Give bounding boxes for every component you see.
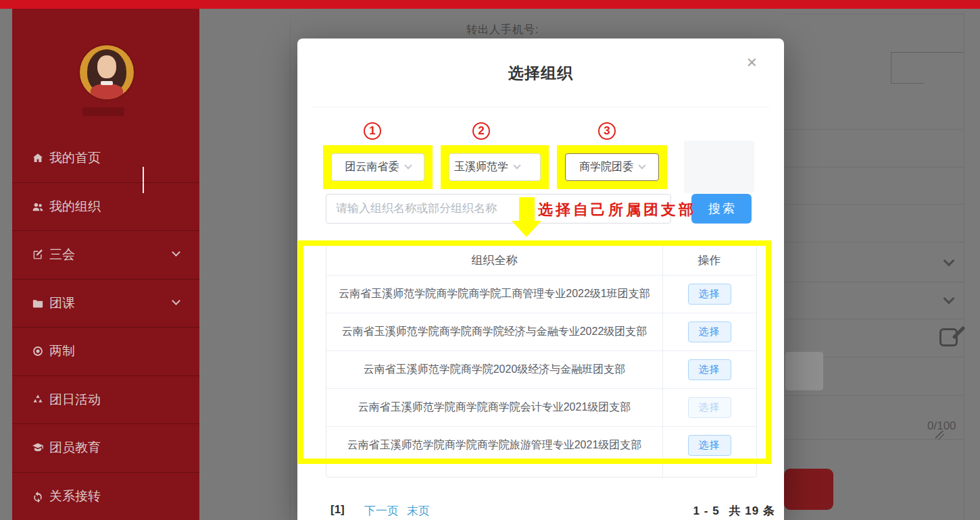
panel-divider: [785, 129, 964, 130]
home-icon: [32, 152, 44, 164]
chevron-down-icon: [172, 248, 180, 257]
sidebar-item-label: 我的组织: [49, 198, 101, 215]
select-value: 玉溪师范学: [454, 160, 508, 174]
select-value: 团云南省委: [345, 160, 399, 174]
org-level-step: 3 商学院团委: [557, 122, 667, 189]
org-full-name: 云南省玉溪师范学院商学院商学院工商管理专业2022级1班团支部: [326, 287, 662, 301]
pagination: [1] 下一页 末页 1 - 5共 19 条: [297, 503, 784, 520]
panel-divider: [785, 204, 964, 205]
select-org-button[interactable]: 选择: [688, 397, 731, 418]
org-level-select[interactable]: 团云南省委: [331, 153, 424, 181]
org-full-name: 云南省玉溪师范学院商学院2020级经济与金融班团支部: [326, 363, 662, 377]
search-button[interactable]: 搜索: [691, 194, 752, 224]
close-icon[interactable]: ×: [747, 53, 757, 71]
faded-panel: [684, 140, 754, 193]
panel-divider: [785, 167, 964, 167]
column-header-op: 操作: [662, 253, 756, 268]
sidebar-menu-item[interactable]: 我的首页: [12, 134, 199, 183]
chevron-down-icon: [638, 161, 645, 169]
select-org-button[interactable]: 选择: [688, 321, 731, 342]
panel-border: [290, 20, 291, 520]
total-text: 共 19 条: [729, 504, 775, 517]
table-cell-op: 选择: [662, 435, 756, 456]
table-cell-op: 选择: [662, 359, 756, 380]
select-org-button[interactable]: 选择: [688, 359, 731, 380]
table-row: 云南省玉溪师范学院商学院商学院工商管理专业2022级1班团支部 选择: [326, 275, 756, 313]
org-table: 组织全称 操作 云南省玉溪师范学院商学院商学院工商管理专业2022级1班团支部 …: [326, 244, 757, 477]
range-text: 1 - 5: [693, 504, 720, 517]
resize-handle-icon: [935, 431, 944, 440]
annotation-arrow-icon: [519, 197, 535, 222]
org-level-select[interactable]: 商学院团委: [565, 153, 659, 181]
org-level-step: 1 团云南省委: [323, 122, 433, 189]
chevron-down-icon: [944, 255, 955, 267]
select-org-button[interactable]: 选择: [688, 435, 731, 456]
avatar-shirt: [91, 84, 123, 99]
sidebar-menu-item[interactable]: 三会: [12, 231, 199, 280]
dimmed-submit-button: [784, 469, 833, 510]
table-cell-op: 选择: [662, 284, 756, 305]
sidebar-menu-item[interactable]: 团日活动: [12, 376, 199, 425]
sidebar-menu: 我的首页 我的组织 三会 团课 两制: [12, 134, 199, 520]
step-number-badge: 2: [472, 122, 490, 140]
sidebar-menu-item[interactable]: 团员教育: [12, 424, 199, 473]
panel-border: [964, 14, 964, 520]
table-body: 云南省玉溪师范学院商学院商学院工商管理专业2022级1班团支部 选择 云南省玉溪…: [326, 275, 756, 464]
table-row: 云南省玉溪师范学院商学院2020级经济与金融班团支部 选择: [326, 350, 756, 388]
select-value: 商学院团委: [579, 160, 633, 174]
column-divider: [662, 245, 663, 477]
panel-divider: [891, 83, 924, 84]
org-select-modal: × 选择组织 1 团云南省委 2 玉溪师范学: [297, 38, 784, 520]
sidebar-menu-item[interactable]: 两制: [12, 328, 199, 376]
edit-icon: [939, 328, 958, 346]
sidebar-item-label: 团课: [49, 294, 75, 312]
username-redacted: [82, 107, 124, 116]
panel-border: [891, 52, 891, 83]
sidebar-item-label: 我的首页: [49, 149, 101, 167]
annotation-arrow-icon: [512, 221, 541, 237]
org-level-select[interactable]: 玉溪师范学: [449, 153, 541, 181]
table-row: 云南省玉溪师范学院商学院商学院旅游管理专业2021级团支部 选择: [326, 426, 756, 464]
sidebar-item-label: 三会: [49, 246, 75, 263]
top-navbar: [0, 0, 980, 9]
sidebar-item-label: 团员教育: [49, 439, 101, 457]
table-cell-op: 选择: [662, 397, 756, 418]
annotation-text: 选择自己所属团支部: [538, 200, 696, 220]
page-next-link[interactable]: 下一页: [364, 503, 399, 519]
step-number-badge: 3: [598, 122, 616, 140]
panel-divider: [785, 14, 964, 14]
panel-divider: [785, 242, 964, 242]
graduation-cap-icon: [32, 442, 44, 454]
sidebar-menu-item[interactable]: 团课: [12, 280, 199, 328]
column-header-name: 组织全称: [326, 253, 662, 268]
compose-icon: [32, 249, 44, 261]
org-level-step: 2 玉溪师范学: [441, 122, 549, 189]
org-full-name: 云南省玉溪师范学院商学院商学院经济与金融专业2022级团支部: [326, 325, 662, 339]
dimmed-button: [785, 352, 823, 390]
sidebar-menu-item[interactable]: 关系接转: [12, 473, 199, 520]
table-cell-op: 选择: [662, 321, 756, 342]
sidebar-menu-item[interactable]: 我的组织: [12, 183, 199, 232]
page-last-link[interactable]: 末页: [407, 503, 430, 519]
chevron-down-icon: [172, 296, 180, 305]
modal-title: 选择组织: [297, 38, 784, 84]
avatar-collar: [101, 81, 113, 85]
transfer-phone-label: 转出人手机号:: [466, 23, 539, 37]
sidebar-item-label: 团日活动: [49, 391, 101, 409]
chevron-down-icon: [944, 293, 955, 305]
chevron-down-icon: [404, 161, 412, 169]
page-range: 1 - 5共 19 条: [693, 503, 775, 519]
screen: 转出人手机号: 0/100 我的首页: [0, 0, 980, 520]
users-icon: [32, 201, 44, 213]
select-org-button[interactable]: 选择: [688, 284, 731, 305]
table-header: 组织全称 操作: [326, 245, 756, 275]
sidebar-item-label: 两制: [49, 342, 75, 360]
step-number-badge: 1: [364, 122, 381, 140]
page-current[interactable]: [1]: [330, 503, 345, 517]
avatar: [80, 45, 134, 99]
table-row: 云南省玉溪师范学院商学院商学院经济与金融专业2022级团支部 选择: [326, 313, 756, 350]
org-full-name: 云南省玉溪师范学院商学院商学院会计专业2021级团支部: [326, 400, 662, 415]
sync-icon: [32, 490, 44, 502]
panel-divider: [785, 282, 964, 282]
chevron-down-icon: [513, 161, 520, 169]
